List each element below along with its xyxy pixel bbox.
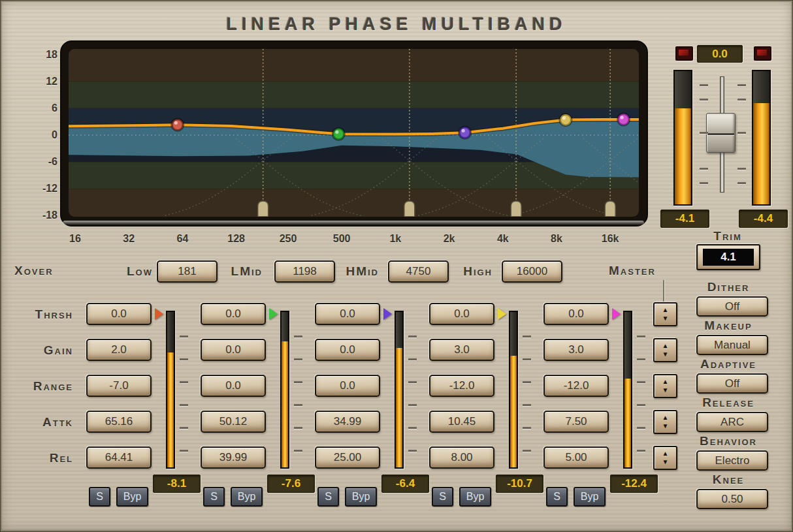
xover-hmid-value[interactable]: 4750 [388, 260, 449, 283]
mid-bypass-button[interactable]: Byp [345, 487, 377, 507]
release-button[interactable]: ARC [696, 412, 768, 432]
high-solo-button[interactable]: S [546, 487, 568, 507]
mid-attk-value[interactable]: 34.99 [315, 411, 380, 433]
adaptive-button[interactable]: Off [696, 373, 768, 394]
clip-light-right[interactable] [754, 46, 771, 61]
mid-meter-readout: -6.4 [381, 475, 429, 493]
high-threshold-arrow-icon[interactable] [612, 308, 621, 320]
high-gain-value[interactable]: 3.0 [543, 339, 609, 361]
crossover-handle[interactable] [404, 201, 415, 217]
low-mid-band-marker[interactable] [332, 128, 345, 140]
high-mid-solo-button[interactable]: S [432, 487, 453, 507]
makeup-button[interactable]: Manual [696, 335, 768, 355]
spinner-down-icon[interactable]: ▼ [662, 387, 669, 394]
xover-high-value[interactable]: 16000 [502, 260, 562, 283]
mid-solo-button[interactable]: S [317, 487, 339, 507]
freq-tick-label: 2k [433, 233, 466, 245]
high-mid-range-value[interactable]: -12.0 [429, 375, 494, 397]
high-thrsh-value[interactable]: 0.0 [543, 303, 609, 325]
master-attk-spinner[interactable]: ▲▼ [653, 410, 677, 434]
low-gr-meter [166, 311, 175, 469]
low-solo-button[interactable]: S [89, 487, 110, 507]
output-fader-knob[interactable] [706, 113, 736, 153]
low-meter-tick [180, 450, 188, 452]
master-thrsh-spinner[interactable]: ▲▼ [653, 302, 677, 326]
spinner-up-icon[interactable]: ▲ [662, 379, 669, 385]
trim-display-frame[interactable]: 4.1 [696, 244, 760, 270]
low-mid-meter-readout: -7.6 [267, 475, 315, 493]
low-range-value[interactable]: -7.0 [86, 375, 152, 397]
dither-button[interactable]: Off [696, 296, 768, 317]
multiband-graph[interactable] [60, 40, 648, 227]
master-connector-line [663, 280, 664, 302]
low-thrsh-value[interactable]: 0.0 [86, 303, 152, 325]
low-bypass-button[interactable]: Byp [116, 487, 148, 507]
crossover-handle[interactable] [511, 201, 521, 217]
mid-threshold-arrow-icon[interactable] [383, 308, 392, 320]
clip-light-left[interactable] [675, 46, 693, 61]
high-mid-band-marker[interactable] [559, 114, 572, 126]
high-mid-meter-tick [523, 381, 531, 383]
spinner-down-icon[interactable]: ▼ [662, 315, 669, 322]
high-mid-gain-value[interactable]: 3.0 [429, 339, 494, 361]
crossover-handle[interactable] [605, 201, 615, 217]
low-mid-attk-value[interactable]: 50.12 [201, 411, 266, 433]
master-range-spinner[interactable]: ▲▼ [653, 374, 677, 398]
high-mid-attk-value[interactable]: 10.45 [429, 411, 494, 433]
low-threshold-arrow-icon[interactable] [155, 308, 163, 320]
low-mid-gain-value[interactable]: 0.0 [201, 339, 266, 361]
high-range-value[interactable]: -12.0 [543, 375, 609, 397]
release-label: Release [687, 396, 769, 409]
output-meter-left-readout: -4.1 [660, 210, 709, 228]
xover-label: Xover [14, 264, 54, 277]
knee-button[interactable]: 0.50 [696, 489, 768, 509]
xover-low-value[interactable]: 181 [157, 260, 218, 283]
spinner-up-icon[interactable]: ▲ [662, 343, 669, 349]
high-mid-rel-value[interactable]: 8.00 [429, 446, 494, 469]
xover-lmid-label: LMid [218, 265, 263, 277]
high-bypass-button[interactable]: Byp [574, 487, 606, 507]
crossover-handle[interactable] [258, 201, 268, 217]
low-gain-value[interactable]: 2.0 [86, 339, 152, 361]
xover-hmid-label: HMid [334, 265, 379, 277]
spinner-down-icon[interactable]: ▼ [662, 351, 669, 358]
db-tick-label: -6 [24, 156, 57, 168]
mid-gr-meter [395, 311, 404, 469]
low-mid-rel-value[interactable]: 39.99 [201, 446, 266, 469]
spinner-down-icon[interactable]: ▼ [662, 459, 669, 465]
low-mid-thrsh-value[interactable]: 0.0 [201, 303, 266, 325]
fader-tick [737, 168, 746, 170]
master-rel-spinner[interactable]: ▲▼ [653, 446, 677, 470]
mid-rel-value[interactable]: 25.00 [315, 446, 380, 469]
low-mid-solo-button[interactable]: S [203, 487, 225, 507]
low-mid-bypass-button[interactable]: Byp [231, 487, 263, 507]
xover-lmid-value[interactable]: 1198 [274, 260, 335, 283]
behavior-button[interactable]: Electro [696, 450, 768, 471]
high-mid-threshold-arrow-icon[interactable] [498, 308, 506, 320]
high-mid-meter-tick [523, 336, 531, 337]
freq-tick-label: 16 [59, 233, 91, 245]
spinner-down-icon[interactable]: ▼ [662, 423, 669, 430]
low-mid-range-value[interactable]: 0.0 [201, 375, 266, 397]
high-attk-value[interactable]: 7.50 [543, 411, 609, 433]
mid-range-value[interactable]: 0.0 [315, 375, 380, 397]
master-gain-spinner[interactable]: ▲▼ [653, 338, 677, 362]
high-mid-thrsh-value[interactable]: 0.0 [429, 303, 494, 325]
mid-band-marker[interactable] [459, 127, 471, 139]
spinner-up-icon[interactable]: ▲ [662, 415, 669, 421]
high-band-marker[interactable] [617, 113, 630, 125]
low-band-marker[interactable] [171, 119, 184, 131]
low-mid-meter-tick [294, 404, 302, 406]
low-mid-threshold-arrow-icon[interactable] [269, 308, 278, 320]
db-tick-label: 18 [24, 49, 57, 61]
mid-thrsh-value[interactable]: 0.0 [315, 303, 380, 325]
spinner-up-icon[interactable]: ▲ [662, 307, 669, 313]
high-mid-meter-tick [523, 427, 531, 429]
high-mid-bypass-button[interactable]: Byp [459, 487, 491, 507]
low-rel-value[interactable]: 64.41 [86, 446, 152, 469]
output-gain-display[interactable]: 0.0 [697, 45, 743, 63]
mid-gain-value[interactable]: 0.0 [315, 339, 380, 361]
spinner-up-icon[interactable]: ▲ [662, 450, 669, 457]
low-attk-value[interactable]: 65.16 [86, 411, 152, 433]
high-rel-value[interactable]: 5.00 [543, 446, 609, 469]
